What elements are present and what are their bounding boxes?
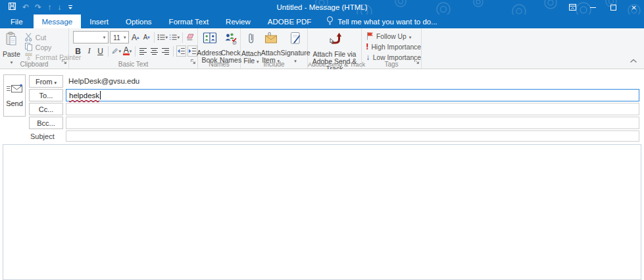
adobe-send-track-icon: [328, 32, 342, 49]
previous-item-icon[interactable]: ↑: [47, 0, 51, 14]
paste-button[interactable]: Paste: [3, 30, 20, 65]
bcc-field[interactable]: [66, 117, 639, 129]
tab-message[interactable]: Message: [34, 14, 82, 28]
to-field[interactable]: helpdesk: [66, 89, 639, 101]
text-highlight-icon: [111, 47, 118, 55]
tell-me-box[interactable]: Tell me what you want to do...: [320, 14, 444, 28]
high-importance-icon: !: [366, 42, 368, 51]
tab-insert[interactable]: Insert: [81, 14, 117, 28]
bullets-icon: [157, 33, 165, 42]
paperclip-icon: [247, 32, 255, 48]
clipboard-dialog-launcher-icon[interactable]: [61, 55, 67, 67]
follow-up-button[interactable]: Follow Up: [366, 32, 421, 41]
address-book-icon: [203, 32, 217, 47]
signature-icon: [289, 32, 301, 47]
close-button[interactable]: ×: [624, 0, 644, 14]
attach-file-button[interactable]: Attach File: [241, 30, 261, 65]
svg-text:@: @: [232, 40, 237, 45]
font-name-combo[interactable]: [73, 31, 109, 43]
signature-button[interactable]: Signature: [281, 30, 310, 65]
bold-button[interactable]: B: [73, 45, 83, 57]
align-left-button[interactable]: [138, 45, 148, 57]
decrease-indent-button[interactable]: [176, 45, 186, 57]
align-right-icon: [161, 47, 170, 55]
send-envelope-icon: [6, 84, 23, 96]
to-button[interactable]: To...: [29, 89, 63, 101]
increase-indent-icon: [188, 47, 197, 55]
from-button[interactable]: From: [29, 75, 63, 88]
align-center-button[interactable]: [149, 45, 159, 57]
minimize-button[interactable]: [583, 0, 603, 14]
message-body[interactable]: [3, 144, 641, 280]
font-size-combo[interactable]: 11: [110, 31, 129, 43]
ribbon-display-options-icon[interactable]: [562, 0, 583, 14]
window-title: Untitled - Message (HTML): [0, 0, 644, 14]
ribbon-tab-bar: File Message Insert Options Format Text …: [0, 14, 644, 28]
redo-icon[interactable]: ↷: [35, 0, 41, 14]
clipboard-group: Paste Cut: [0, 28, 69, 69]
send-button[interactable]: Send: [3, 74, 26, 117]
basic-text-dialog-launcher-icon[interactable]: [190, 55, 196, 67]
maximize-button[interactable]: [603, 0, 624, 14]
numbering-button[interactable]: [169, 32, 180, 43]
high-importance-button[interactable]: ! High Importance: [366, 42, 421, 51]
cc-button[interactable]: Cc...: [29, 103, 63, 115]
check-names-icon: @: [224, 32, 238, 47]
collapse-ribbon-icon[interactable]: [630, 54, 637, 66]
quick-access-toolbar: ↶ ↷ ↑ ↓: [8, 0, 74, 14]
adobe-send-track-group: Attach File via Adobe Send & Track Adobe…: [308, 28, 362, 69]
undo-icon[interactable]: ↶: [22, 0, 29, 14]
tags-dialog-launcher-icon[interactable]: [414, 55, 420, 67]
basic-text-group: 11 A▴ A▾: [69, 28, 198, 69]
grow-font-button[interactable]: A▴: [130, 32, 140, 43]
subject-label: Subject: [30, 132, 55, 140]
clear-formatting-button[interactable]: [186, 32, 195, 43]
title-bar: ↶ ↷ ↑ ↓ Untitled - Message (HTML) ×: [0, 0, 644, 14]
window-controls: ×: [562, 0, 644, 14]
tab-format-text[interactable]: Format Text: [161, 14, 218, 28]
check-names-button[interactable]: @ Check Names: [220, 30, 241, 64]
follow-up-caret-icon: [409, 33, 412, 40]
lightbulb-icon: [326, 16, 334, 27]
italic-button[interactable]: I: [84, 45, 94, 57]
clear-formatting-icon: [186, 33, 195, 42]
align-left-icon: [139, 47, 147, 55]
decrease-indent-icon: [177, 47, 186, 55]
subject-field[interactable]: [66, 130, 639, 142]
follow-up-flag-icon: [366, 32, 374, 42]
outlook-message-window: ↶ ↷ ↑ ↓ Untitled - Message (HTML) × File…: [0, 0, 644, 280]
text-cursor: [100, 91, 101, 99]
numbering-icon: [169, 33, 177, 42]
ribbon: Paste Cut: [0, 28, 644, 69]
copy-icon: [24, 42, 33, 53]
tab-options[interactable]: Options: [117, 14, 161, 28]
tab-adobe-pdf[interactable]: ADOBE PDF: [259, 14, 320, 28]
include-group: Attach File Attach Item: [241, 28, 308, 69]
align-right-button[interactable]: [161, 45, 170, 57]
save-icon[interactable]: [8, 1, 16, 13]
cut-icon: [24, 32, 33, 43]
font-color-button[interactable]: A: [122, 45, 132, 57]
underline-button[interactable]: U: [95, 45, 105, 57]
from-caret-icon: [55, 78, 57, 86]
tab-file[interactable]: File: [0, 14, 34, 28]
attach-item-icon: [264, 32, 278, 47]
address-book-button[interactable]: Address Book: [199, 30, 220, 64]
customize-quick-access-icon[interactable]: [67, 1, 74, 13]
text-highlight-button[interactable]: [111, 45, 121, 57]
from-value: HelpDesk@gvsu.edu: [68, 77, 139, 85]
bcc-button[interactable]: Bcc...: [29, 117, 63, 129]
paste-icon: [5, 32, 18, 49]
align-center-icon: [150, 47, 159, 55]
tab-review[interactable]: Review: [217, 14, 259, 28]
next-item-icon[interactable]: ↓: [57, 0, 61, 14]
tags-group: Follow Up ! High Importance ↓ Low Import…: [362, 28, 422, 69]
font-size-caret-icon[interactable]: [121, 32, 128, 43]
attach-item-button[interactable]: Attach Item: [261, 30, 281, 65]
bullets-button[interactable]: [157, 32, 168, 43]
names-group: Address Book @ Check Names Names: [198, 28, 241, 69]
cc-field[interactable]: [66, 103, 639, 115]
message-header: Send From HelpDesk@gvsu.edu To... helpde…: [0, 69, 644, 144]
shrink-font-button[interactable]: A▾: [141, 32, 151, 43]
font-name-caret-icon[interactable]: [101, 32, 108, 43]
